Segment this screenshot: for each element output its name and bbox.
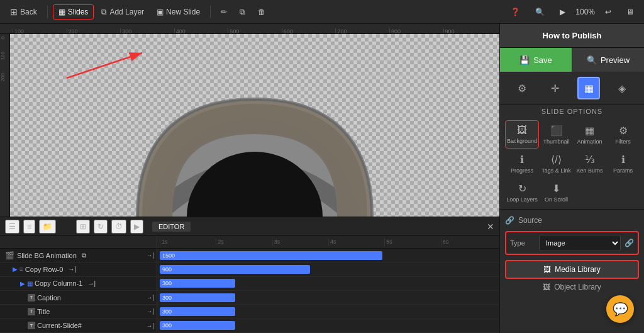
tl-play-btn[interactable]: ▶ <box>130 220 143 234</box>
background-option[interactable]: 🖼 Background <box>505 120 539 149</box>
tl-bar[interactable]: 900 <box>160 265 310 274</box>
undo-button[interactable]: ↩ <box>600 5 616 19</box>
slides-button[interactable]: ▦ Slides <box>53 4 94 20</box>
slides-icon: ▦ <box>58 8 65 16</box>
tags-link-option[interactable]: ⟨/⟩ Tags & Link <box>540 150 572 178</box>
save-button[interactable]: 💾 Save <box>500 48 572 72</box>
col-icon: ▦ <box>27 280 33 287</box>
timeline-panel: ☰ ≡ 📁 ⊞ ↻ ⏱ ▶ EDITOR ✕ 1s 2s 3s 4s 5s <box>0 217 499 333</box>
copy-button[interactable]: ⧉ <box>235 5 250 19</box>
progress-option[interactable]: ℹ Progress <box>505 150 539 178</box>
tl-bar[interactable]: 300 <box>160 293 235 302</box>
canvas[interactable] <box>10 34 499 217</box>
pencil-button[interactable]: ✏ <box>216 5 232 19</box>
help-button[interactable]: ❓ <box>506 5 525 19</box>
save-label: Save <box>533 55 552 65</box>
row-icon: ≡ <box>19 266 23 273</box>
svg-line-1 <box>67 53 142 78</box>
separator <box>47 6 48 18</box>
save-icon: 💾 <box>519 55 530 65</box>
tl-bar[interactable]: 300 <box>160 307 235 316</box>
background-icon: 🖼 <box>517 125 527 136</box>
settings-icon-btn[interactable]: ⚙ <box>511 77 533 99</box>
link-icon: 🔗 <box>505 216 514 225</box>
duplicate-icon: →| <box>68 266 76 273</box>
table-row: T Current-Slide# →| 300 <box>0 319 499 333</box>
chat-fab[interactable]: 💬 <box>606 295 634 323</box>
row-name: Slide BG Animation <box>17 252 77 259</box>
tl-layers-btn[interactable]: ☰ <box>5 220 19 234</box>
filters-icon: ⚙ <box>619 125 628 137</box>
right-icon-row: ⚙ ✛ ▦ ◈ <box>500 72 644 105</box>
tl-track: 1500 <box>157 249 499 262</box>
preview-button[interactable]: 🔍 Preview <box>572 48 644 72</box>
tl-bar[interactable]: 300 <box>160 321 235 330</box>
grid-icon: ⊞ <box>10 7 18 17</box>
params-option[interactable]: ℹ Params <box>607 150 639 178</box>
source-type-row: Type Image Video Color 🔗 <box>505 231 639 255</box>
loop-layers-option[interactable]: ↻ Loop Layers <box>505 179 539 206</box>
slides-icon-btn[interactable]: ▦ <box>577 77 600 99</box>
new-slide-button[interactable]: ▣ New Slide <box>152 5 205 19</box>
arrow-annotation <box>60 47 155 84</box>
on-scroll-option[interactable]: ⬇ On Scroll <box>540 179 572 206</box>
tl-bar[interactable]: 1500 <box>160 251 382 260</box>
tl-folder-btn[interactable]: 📁 <box>39 220 56 234</box>
display-icon: 🖥 <box>626 8 634 16</box>
photo-icon: 🖼 <box>543 265 551 274</box>
ken-burns-option[interactable]: ⅓ Ken Burns <box>574 150 606 178</box>
media-library-button[interactable]: 🖼 Media Library <box>506 261 638 278</box>
cursor-icon: ▶ <box>560 8 565 16</box>
delete-button[interactable]: 🗑 <box>253 5 270 19</box>
search-button[interactable]: 🔍 <box>530 5 550 19</box>
right-panel-title: How to Publish <box>500 24 644 48</box>
layers-icon-btn[interactable]: ◈ <box>611 77 633 99</box>
tl-track: 300 <box>157 305 499 318</box>
tl-track: 900 <box>157 262 499 276</box>
row-name: Copy Column-1 <box>35 279 82 287</box>
tl-close-btn[interactable]: ✕ <box>487 222 494 232</box>
ruler-vertical: 0 100 200 <box>0 34 10 217</box>
preview-label: Preview <box>601 55 630 65</box>
cursor-button[interactable]: ▶ <box>555 5 570 19</box>
main-area: 100 200 300 400 500 600 700 800 900 0 10… <box>0 24 644 333</box>
tl-track: 300 <box>157 277 499 290</box>
tl-bar[interactable]: 300 <box>160 279 235 288</box>
right-panel: How to Publish 💾 Save 🔍 Preview ⚙ ✛ ▦ <box>499 24 644 333</box>
display-button[interactable]: 🖥 <box>621 5 639 19</box>
animation-option[interactable]: ▦ Animation <box>574 120 606 149</box>
tl-clock-btn[interactable]: ⏱ <box>111 220 126 234</box>
tl-label-col <box>0 236 157 248</box>
top-toolbar: ⊞ Back ▦ Slides ⧉ Add Layer ▣ New Slide … <box>0 0 644 24</box>
type-label: Type <box>510 239 535 247</box>
tl-list-btn[interactable]: ≡ <box>23 220 35 234</box>
type-select[interactable]: Image Video Color <box>539 235 621 251</box>
object-library-button[interactable]: 🖼 Object Library <box>505 279 639 295</box>
triangle-icon: ▶ <box>13 266 18 273</box>
tl-arrow: →| <box>146 252 154 259</box>
timeline-toolbar: ☰ ≡ 📁 ⊞ ↻ ⏱ ▶ EDITOR ✕ <box>0 217 499 236</box>
thumbnail-option[interactable]: ⬛ Thumbnail <box>540 120 572 149</box>
filters-option[interactable]: ⚙ Filters <box>607 120 639 149</box>
tl-refresh-btn[interactable]: ↻ <box>94 220 108 234</box>
arrow-icon: →| <box>87 280 96 287</box>
thumbnail-icon: ⬛ <box>550 125 563 137</box>
new-slide-label: New Slide <box>166 8 200 16</box>
ken-burns-icon: ⅓ <box>585 154 595 166</box>
tl-time-ruler: 1s 2s 3s 4s 5s 6s <box>157 236 499 248</box>
move-icon: ✛ <box>551 82 559 94</box>
table-row: 🎬 Slide BG Animation ⧉ →| 1500 <box>0 249 499 262</box>
layers-icon: ◈ <box>618 82 626 94</box>
slides-icon: ▦ <box>584 82 594 94</box>
undo-icon: ↩ <box>605 8 611 16</box>
row-name: Title <box>37 308 50 315</box>
gear-icon: ⚙ <box>518 82 526 94</box>
row-name: Current-Slide# <box>37 322 82 329</box>
tl-grid-btn[interactable]: ⊞ <box>76 220 90 234</box>
move-icon-btn[interactable]: ✛ <box>544 77 567 99</box>
timeline-header: 1s 2s 3s 4s 5s 6s <box>0 236 499 249</box>
add-layer-button[interactable]: ⧉ Add Layer <box>96 5 149 19</box>
back-button[interactable]: ⊞ Back <box>5 4 42 20</box>
link-chain-icon[interactable]: 🔗 <box>625 239 634 247</box>
add-layer-icon: ⧉ <box>101 8 107 16</box>
